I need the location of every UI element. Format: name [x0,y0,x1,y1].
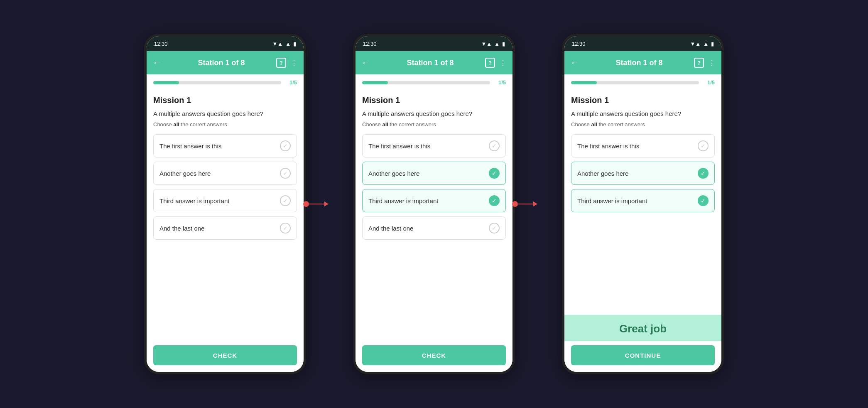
help-icon-1[interactable]: ? [276,58,286,68]
arrow-dot-1 [303,201,309,207]
check-circle-3-1: ✓ [698,140,709,151]
back-button-1[interactable]: ← [152,57,162,68]
instruction-suffix-3: the corrert answers [597,121,645,128]
arrow-2-3 [515,204,537,204]
answer-option-2-2[interactable]: Another goes here ✓ [362,162,506,185]
wifi-icon-2: ▼▲ [481,41,492,47]
progress-row-3: 1/5 [571,79,715,86]
checkmark-empty-1-1: ✓ [283,143,288,149]
continue-button-3[interactable]: CONTINUE [571,345,715,365]
back-button-3[interactable]: ← [570,57,579,68]
content-3: Mission 1 A multiple answers question go… [564,88,721,315]
status-icons-2: ▼▲ ▲ ▮ [481,41,505,47]
app-bar-1: ← Station 1 of 8 ? ⋮ [147,51,304,74]
checkmark-empty-1-4: ✓ [283,225,288,231]
progress-row-1: 1/5 [153,79,297,86]
check-circle-2-1: ✓ [489,140,500,151]
answer-option-3-1[interactable]: The first answer is this ✓ [571,134,715,157]
answer-option-2-3[interactable]: Third answer is important ✓ [362,189,506,212]
help-icon-3[interactable]: ? [694,58,704,68]
instruction-suffix-1: the corrert answers [179,121,227,128]
phone-3-wrapper: 12:30 ▼▲ ▲ ▮ ← Station 1 of 8 ? ⋮ 1/5 [562,34,724,374]
mission-title-1: Mission 1 [153,96,297,105]
answer-text-2-4: And the last one [368,225,413,232]
answer-option-1-3[interactable]: Third answer is important ✓ [153,189,297,212]
answer-list-3: The first answer is this ✓ Another goes … [571,134,715,311]
phone-2-wrapper: 12:30 ▼▲ ▲ ▮ ← Station 1 of 8 ? ⋮ 1/5 [353,34,537,374]
answer-text-3-3: Third answer is important [577,197,647,204]
mission-title-2: Mission 1 [362,96,506,105]
wifi-icon-3: ▼▲ [690,41,701,47]
answer-text-2-3: Third answer is important [368,197,438,204]
check-circle-1-1: ✓ [280,140,291,151]
bottom-btn-area-2: CHECK [356,341,512,372]
answer-option-3-2[interactable]: Another goes here ✓ [571,162,715,185]
checkmark-2-2: ✓ [492,170,497,177]
app-bar-icons-3: ? ⋮ [694,58,716,68]
arrow-1-2 [306,204,328,204]
content-2: Mission 1 A multiple answers question go… [356,88,512,341]
phone-2: 12:30 ▼▲ ▲ ▮ ← Station 1 of 8 ? ⋮ 1/5 [353,34,515,374]
checkmark-empty-3-1: ✓ [701,143,706,149]
check-circle-1-4: ✓ [280,223,291,233]
arrow-head-1 [324,202,329,206]
instruction-text-2: Choose all the corrert answers [362,121,506,128]
status-time-1: 12:30 [154,41,168,47]
menu-icon-1[interactable]: ⋮ [290,58,298,67]
status-bar-3: 12:30 ▼▲ ▲ ▮ [564,36,721,51]
progress-bar-bg-1 [153,81,281,84]
answer-option-1-1[interactable]: The first answer is this ✓ [153,134,297,157]
answer-list-1: The first answer is this ✓ Another goes … [153,134,297,337]
progress-label-2: 1/5 [494,79,506,86]
progress-label-1: 1/5 [285,79,297,86]
answer-option-1-4[interactable]: And the last one ✓ [153,216,297,240]
answer-option-3-3[interactable]: Third answer is important ✓ [571,189,715,212]
back-button-2[interactable]: ← [361,57,370,68]
great-job-banner: Great job [564,315,721,341]
checkmark-empty-1-2: ✓ [283,170,288,177]
arrow-head-2 [533,202,537,206]
phone-3: 12:30 ▼▲ ▲ ▮ ← Station 1 of 8 ? ⋮ 1/5 [562,34,724,374]
menu-icon-2[interactable]: ⋮ [499,58,507,67]
answer-text-1-1: The first answer is this [159,143,221,150]
answer-text-1-4: And the last one [159,225,204,232]
answer-option-2-4[interactable]: And the last one ✓ [362,216,506,240]
question-text-3: A multiple answers question goes here? [571,109,715,118]
check-button-2[interactable]: CHECK [362,345,506,365]
app-bar-icons-1: ? ⋮ [276,58,298,68]
progress-bar-fill-1 [153,81,179,84]
answer-option-1-2[interactable]: Another goes here ✓ [153,162,297,185]
answer-text-1-2: Another goes here [159,170,211,177]
check-circle-1-3: ✓ [280,195,291,206]
great-job-text: Great job [619,322,667,335]
check-circle-1-2: ✓ [280,168,291,179]
arrow-dot-2 [512,201,518,207]
status-icons-3: ▼▲ ▲ ▮ [690,41,714,47]
checkmark-empty-2-1: ✓ [492,143,497,149]
arrow-line-2 [518,204,537,204]
app-bar-icons-2: ? ⋮ [485,58,507,68]
instruction-text-1: Choose all the corrert answers [153,121,297,128]
status-bar-1: 12:30 ▼▲ ▲ ▮ [147,36,304,51]
phone-1: 12:30 ▼▲ ▲ ▮ ← Station 1 of 8 ? ⋮ 1/5 [144,34,306,374]
phone-1-wrapper: 12:30 ▼▲ ▲ ▮ ← Station 1 of 8 ? ⋮ 1/5 [144,34,328,374]
check-button-1[interactable]: CHECK [153,345,297,365]
instruction-suffix-2: the corrert answers [388,121,436,128]
checkmark-2-3: ✓ [492,197,497,204]
bottom-btn-area-1: CHECK [147,341,304,372]
instruction-prefix-1: Choose [153,121,173,128]
menu-icon-3[interactable]: ⋮ [708,58,716,67]
instruction-bold-3: all [591,121,597,128]
mission-title-3: Mission 1 [571,96,715,105]
answer-text-1-3: Third answer is important [159,197,229,204]
answer-option-2-1[interactable]: The first answer is this ✓ [362,134,506,157]
app-bar-3: ← Station 1 of 8 ? ⋮ [564,51,721,74]
status-time-3: 12:30 [572,41,586,47]
instruction-prefix-3: Choose [571,121,591,128]
checkmark-3-2: ✓ [701,170,706,177]
progress-bar-fill-3 [571,81,597,84]
status-bar-2: 12:30 ▼▲ ▲ ▮ [356,36,512,51]
help-icon-2[interactable]: ? [485,58,495,68]
content-1: Mission 1 A multiple answers question go… [147,88,304,341]
status-time-2: 12:30 [363,41,377,47]
